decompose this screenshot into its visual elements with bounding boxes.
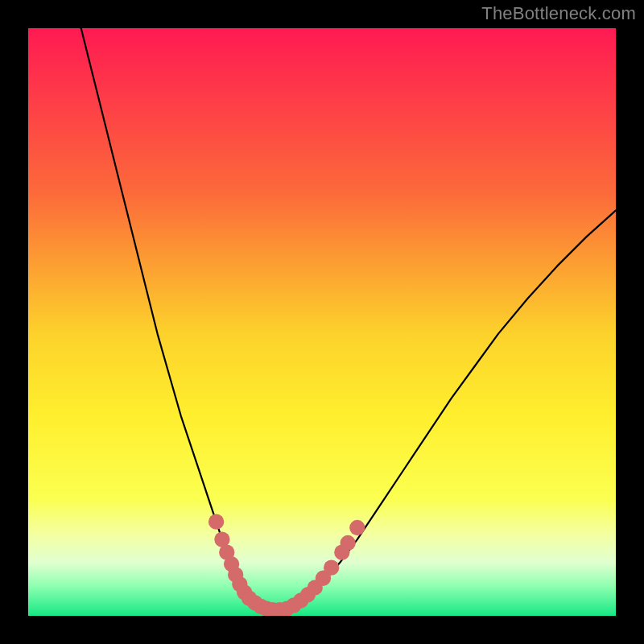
- bottleneck-curve: [81, 28, 616, 610]
- highlight-dots: [208, 514, 365, 616]
- svg-point-23: [349, 520, 365, 535]
- plot-area: [28, 28, 616, 616]
- svg-point-22: [340, 535, 355, 551]
- curve-layer: [28, 28, 616, 616]
- svg-point-1: [208, 514, 224, 530]
- chart-stage: TheBottleneck.com: [0, 0, 644, 644]
- watermark-text: TheBottleneck.com: [481, 3, 636, 24]
- svg-point-20: [324, 559, 339, 575]
